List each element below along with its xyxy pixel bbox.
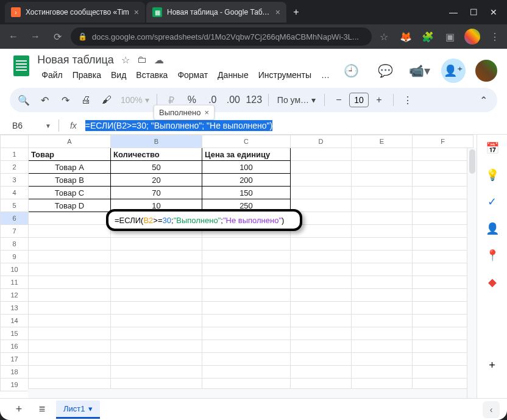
- cell[interactable]: [29, 315, 111, 327]
- decrease-font-button[interactable]: −: [330, 91, 348, 109]
- cell[interactable]: [29, 251, 111, 263]
- row-header[interactable]: 10: [1, 263, 29, 276]
- cell[interactable]: [291, 366, 352, 379]
- row-header[interactable]: 3: [1, 174, 29, 187]
- cell[interactable]: [202, 251, 291, 263]
- increase-font-button[interactable]: +: [370, 91, 388, 109]
- column-header[interactable]: A: [29, 135, 111, 148]
- cell[interactable]: [291, 276, 352, 289]
- cell[interactable]: [29, 302, 111, 315]
- cell[interactable]: [352, 238, 413, 251]
- close-button[interactable]: ✕: [490, 7, 497, 17]
- cell[interactable]: [413, 327, 473, 340]
- cell[interactable]: [202, 263, 291, 276]
- row-header[interactable]: 5: [1, 199, 29, 212]
- cell[interactable]: [291, 340, 352, 353]
- cell[interactable]: [352, 340, 413, 353]
- row-header[interactable]: 8: [1, 238, 29, 251]
- vertical-scrollbar[interactable]: [467, 148, 477, 398]
- row-header[interactable]: 11: [1, 276, 29, 289]
- cell[interactable]: [29, 353, 111, 366]
- cell[interactable]: [413, 238, 473, 251]
- browser-tab-active[interactable]: ▦ Новая таблица - Google Табли ×: [146, 2, 286, 23]
- cell[interactable]: [111, 315, 202, 327]
- more-formats-button[interactable]: 123: [245, 91, 263, 109]
- cell[interactable]: [202, 340, 291, 353]
- menu-data[interactable]: Данные: [213, 68, 253, 82]
- cell[interactable]: [413, 148, 473, 161]
- cell[interactable]: [352, 199, 413, 212]
- cell[interactable]: [29, 366, 111, 379]
- extension-icon[interactable]: 🦊: [399, 29, 413, 44]
- cell[interactable]: [111, 289, 202, 302]
- name-box-dropdown[interactable]: ▼: [45, 123, 51, 129]
- cell[interactable]: [352, 302, 413, 315]
- cell[interactable]: 70: [111, 187, 202, 199]
- cell[interactable]: [291, 263, 352, 276]
- cell[interactable]: [202, 327, 291, 340]
- row-header[interactable]: 1: [1, 148, 29, 161]
- cell[interactable]: [352, 366, 413, 379]
- address-bar[interactable]: 🔒 docs.google.com/spreadsheets/d/1Mo2Vqb…: [71, 27, 372, 46]
- cell[interactable]: [413, 174, 473, 187]
- close-icon[interactable]: ×: [204, 108, 209, 117]
- cell[interactable]: [202, 302, 291, 315]
- cell[interactable]: [291, 251, 352, 263]
- cell[interactable]: [111, 263, 202, 276]
- cell[interactable]: [352, 161, 413, 174]
- star-icon[interactable]: ☆: [377, 29, 391, 44]
- cell[interactable]: 100: [202, 161, 291, 174]
- column-header[interactable]: E: [352, 135, 413, 148]
- cell[interactable]: [29, 212, 111, 225]
- cell[interactable]: [352, 315, 413, 327]
- extensions-button[interactable]: 🧩: [420, 29, 435, 44]
- search-icon[interactable]: 🔍: [15, 91, 33, 109]
- cell[interactable]: 20: [111, 174, 202, 187]
- row-header[interactable]: 15: [1, 327, 29, 340]
- cell[interactable]: [413, 315, 473, 327]
- maps-icon[interactable]: 📍: [486, 249, 498, 262]
- cloud-icon[interactable]: ☁: [154, 54, 164, 66]
- cell[interactable]: [202, 353, 291, 366]
- cell[interactable]: Товар: [29, 148, 111, 161]
- cell[interactable]: [413, 199, 473, 212]
- cell[interactable]: [111, 302, 202, 315]
- cell[interactable]: [202, 238, 291, 251]
- cell[interactable]: 150: [202, 187, 291, 199]
- cell[interactable]: [291, 315, 352, 327]
- column-header[interactable]: D: [291, 135, 352, 148]
- menu-button[interactable]: ⋮: [488, 29, 502, 44]
- cell[interactable]: [29, 327, 111, 340]
- cell[interactable]: [202, 366, 291, 379]
- row-header[interactable]: 13: [1, 302, 29, 315]
- star-icon[interactable]: ☆: [121, 54, 130, 66]
- cell[interactable]: [202, 315, 291, 327]
- column-header[interactable]: F: [413, 135, 473, 148]
- row-header[interactable]: 18: [1, 366, 29, 379]
- row-header[interactable]: 4: [1, 187, 29, 199]
- cell[interactable]: [111, 238, 202, 251]
- formula-editing-overlay[interactable]: =ЕСЛИ(B2>=30; "Выполнено"; "Не выполнено…: [106, 209, 302, 231]
- cell[interactable]: [291, 187, 352, 199]
- menu-edit[interactable]: Правка: [68, 68, 105, 82]
- minimize-button[interactable]: —: [449, 7, 458, 17]
- tasks-icon[interactable]: ✓: [486, 196, 498, 208]
- cell[interactable]: [413, 263, 473, 276]
- add-sheet-button[interactable]: +: [10, 400, 28, 419]
- cell[interactable]: [352, 289, 413, 302]
- cell[interactable]: [29, 238, 111, 251]
- cell[interactable]: [291, 289, 352, 302]
- cell[interactable]: [352, 174, 413, 187]
- cell[interactable]: 50: [111, 161, 202, 174]
- cell[interactable]: [352, 212, 413, 225]
- font-size-input[interactable]: [349, 93, 369, 107]
- profile-avatar[interactable]: [464, 29, 480, 44]
- cell[interactable]: [29, 276, 111, 289]
- cell[interactable]: [352, 225, 413, 238]
- contacts-icon[interactable]: 👤: [486, 222, 498, 235]
- cell[interactable]: [352, 251, 413, 263]
- cell[interactable]: [352, 276, 413, 289]
- cell[interactable]: [352, 187, 413, 199]
- cell[interactable]: Цена за единицу: [202, 148, 291, 161]
- menu-file[interactable]: Файл: [37, 68, 66, 82]
